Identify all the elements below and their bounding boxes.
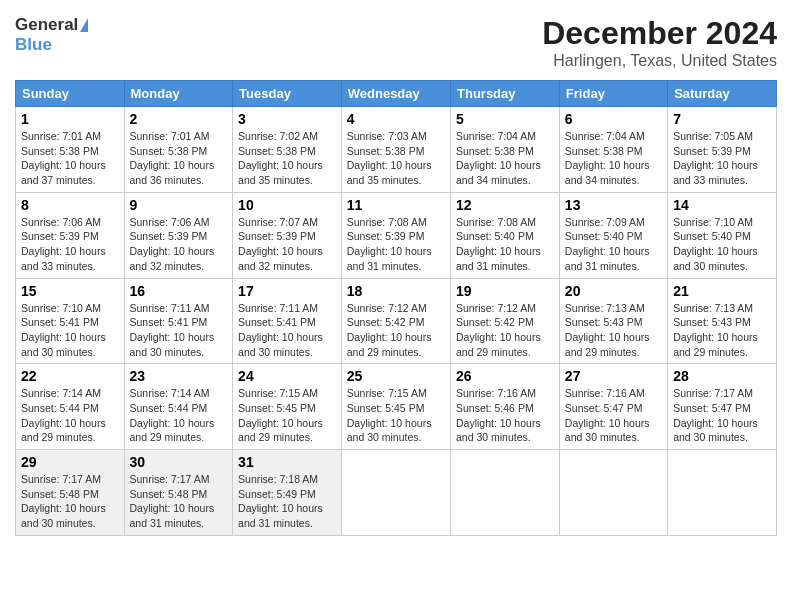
location-title: Harlingen, Texas, United States [542,52,777,70]
col-friday: Friday [559,81,667,107]
calendar-header-row: Sunday Monday Tuesday Wednesday Thursday… [16,81,777,107]
day-info: Sunrise: 7:14 AMSunset: 5:44 PMDaylight:… [130,387,215,443]
day-info: Sunrise: 7:18 AMSunset: 5:49 PMDaylight:… [238,473,323,529]
day-number: 7 [673,111,771,127]
table-cell: 10 Sunrise: 7:07 AMSunset: 5:39 PMDaylig… [233,192,342,278]
day-info: Sunrise: 7:16 AMSunset: 5:47 PMDaylight:… [565,387,650,443]
table-cell: 5 Sunrise: 7:04 AMSunset: 5:38 PMDayligh… [451,107,560,193]
table-cell: 22 Sunrise: 7:14 AMSunset: 5:44 PMDaylig… [16,364,125,450]
table-cell: 8 Sunrise: 7:06 AMSunset: 5:39 PMDayligh… [16,192,125,278]
table-cell: 25 Sunrise: 7:15 AMSunset: 5:45 PMDaylig… [341,364,450,450]
day-number: 10 [238,197,336,213]
col-monday: Monday [124,81,233,107]
day-number: 27 [565,368,662,384]
day-info: Sunrise: 7:01 AMSunset: 5:38 PMDaylight:… [130,130,215,186]
calendar-week-row: 29 Sunrise: 7:17 AMSunset: 5:48 PMDaylig… [16,450,777,536]
table-cell [559,450,667,536]
day-info: Sunrise: 7:17 AMSunset: 5:47 PMDaylight:… [673,387,758,443]
table-cell: 31 Sunrise: 7:18 AMSunset: 5:49 PMDaylig… [233,450,342,536]
col-saturday: Saturday [668,81,777,107]
day-number: 9 [130,197,228,213]
table-cell: 16 Sunrise: 7:11 AMSunset: 5:41 PMDaylig… [124,278,233,364]
day-info: Sunrise: 7:12 AMSunset: 5:42 PMDaylight:… [456,302,541,358]
day-number: 16 [130,283,228,299]
day-number: 5 [456,111,554,127]
month-title: December 2024 [542,15,777,52]
table-cell: 27 Sunrise: 7:16 AMSunset: 5:47 PMDaylig… [559,364,667,450]
day-number: 20 [565,283,662,299]
day-number: 21 [673,283,771,299]
table-cell: 26 Sunrise: 7:16 AMSunset: 5:46 PMDaylig… [451,364,560,450]
day-info: Sunrise: 7:02 AMSunset: 5:38 PMDaylight:… [238,130,323,186]
calendar-table: Sunday Monday Tuesday Wednesday Thursday… [15,80,777,536]
day-info: Sunrise: 7:06 AMSunset: 5:39 PMDaylight:… [21,216,106,272]
day-number: 13 [565,197,662,213]
day-info: Sunrise: 7:08 AMSunset: 5:39 PMDaylight:… [347,216,432,272]
day-number: 22 [21,368,119,384]
day-number: 18 [347,283,445,299]
col-tuesday: Tuesday [233,81,342,107]
calendar-week-row: 1 Sunrise: 7:01 AMSunset: 5:38 PMDayligh… [16,107,777,193]
day-number: 24 [238,368,336,384]
day-number: 30 [130,454,228,470]
day-number: 3 [238,111,336,127]
day-info: Sunrise: 7:06 AMSunset: 5:39 PMDaylight:… [130,216,215,272]
logo-blue-text: Blue [15,35,52,55]
logo-triangle-icon [80,18,88,32]
col-sunday: Sunday [16,81,125,107]
col-wednesday: Wednesday [341,81,450,107]
calendar-week-row: 22 Sunrise: 7:14 AMSunset: 5:44 PMDaylig… [16,364,777,450]
day-number: 17 [238,283,336,299]
day-info: Sunrise: 7:15 AMSunset: 5:45 PMDaylight:… [347,387,432,443]
calendar-week-row: 15 Sunrise: 7:10 AMSunset: 5:41 PMDaylig… [16,278,777,364]
table-cell: 4 Sunrise: 7:03 AMSunset: 5:38 PMDayligh… [341,107,450,193]
day-number: 4 [347,111,445,127]
day-info: Sunrise: 7:01 AMSunset: 5:38 PMDaylight:… [21,130,106,186]
logo-general-text: General [15,15,78,35]
day-number: 29 [21,454,119,470]
day-info: Sunrise: 7:17 AMSunset: 5:48 PMDaylight:… [130,473,215,529]
table-cell [668,450,777,536]
table-cell: 7 Sunrise: 7:05 AMSunset: 5:39 PMDayligh… [668,107,777,193]
day-info: Sunrise: 7:05 AMSunset: 5:39 PMDaylight:… [673,130,758,186]
day-number: 31 [238,454,336,470]
day-info: Sunrise: 7:16 AMSunset: 5:46 PMDaylight:… [456,387,541,443]
table-cell: 18 Sunrise: 7:12 AMSunset: 5:42 PMDaylig… [341,278,450,364]
day-info: Sunrise: 7:17 AMSunset: 5:48 PMDaylight:… [21,473,106,529]
day-number: 8 [21,197,119,213]
title-area: December 2024 Harlingen, Texas, United S… [542,15,777,70]
calendar-week-row: 8 Sunrise: 7:06 AMSunset: 5:39 PMDayligh… [16,192,777,278]
table-cell: 20 Sunrise: 7:13 AMSunset: 5:43 PMDaylig… [559,278,667,364]
table-cell: 14 Sunrise: 7:10 AMSunset: 5:40 PMDaylig… [668,192,777,278]
day-number: 25 [347,368,445,384]
day-info: Sunrise: 7:10 AMSunset: 5:40 PMDaylight:… [673,216,758,272]
day-info: Sunrise: 7:04 AMSunset: 5:38 PMDaylight:… [565,130,650,186]
table-cell [451,450,560,536]
table-cell: 23 Sunrise: 7:14 AMSunset: 5:44 PMDaylig… [124,364,233,450]
day-info: Sunrise: 7:13 AMSunset: 5:43 PMDaylight:… [565,302,650,358]
table-cell: 3 Sunrise: 7:02 AMSunset: 5:38 PMDayligh… [233,107,342,193]
table-cell: 12 Sunrise: 7:08 AMSunset: 5:40 PMDaylig… [451,192,560,278]
day-number: 2 [130,111,228,127]
day-number: 6 [565,111,662,127]
day-info: Sunrise: 7:14 AMSunset: 5:44 PMDaylight:… [21,387,106,443]
day-number: 19 [456,283,554,299]
day-number: 15 [21,283,119,299]
logo: General Blue [15,15,88,55]
table-cell: 21 Sunrise: 7:13 AMSunset: 5:43 PMDaylig… [668,278,777,364]
table-cell: 11 Sunrise: 7:08 AMSunset: 5:39 PMDaylig… [341,192,450,278]
table-cell: 29 Sunrise: 7:17 AMSunset: 5:48 PMDaylig… [16,450,125,536]
table-cell: 2 Sunrise: 7:01 AMSunset: 5:38 PMDayligh… [124,107,233,193]
day-info: Sunrise: 7:09 AMSunset: 5:40 PMDaylight:… [565,216,650,272]
day-number: 14 [673,197,771,213]
day-info: Sunrise: 7:08 AMSunset: 5:40 PMDaylight:… [456,216,541,272]
table-cell: 24 Sunrise: 7:15 AMSunset: 5:45 PMDaylig… [233,364,342,450]
table-cell: 9 Sunrise: 7:06 AMSunset: 5:39 PMDayligh… [124,192,233,278]
header: General Blue December 2024 Harlingen, Te… [15,15,777,70]
day-info: Sunrise: 7:07 AMSunset: 5:39 PMDaylight:… [238,216,323,272]
day-info: Sunrise: 7:13 AMSunset: 5:43 PMDaylight:… [673,302,758,358]
day-number: 11 [347,197,445,213]
day-number: 28 [673,368,771,384]
table-cell: 1 Sunrise: 7:01 AMSunset: 5:38 PMDayligh… [16,107,125,193]
day-number: 23 [130,368,228,384]
